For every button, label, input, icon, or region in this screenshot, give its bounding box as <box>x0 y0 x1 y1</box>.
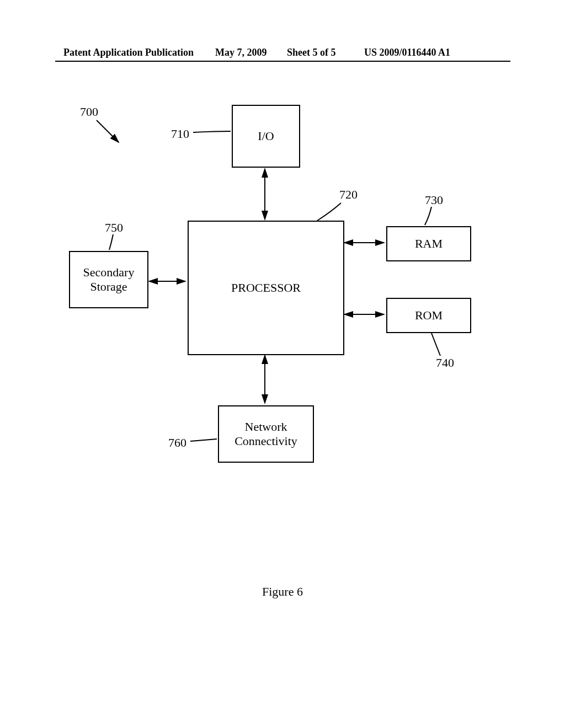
connector-lines <box>0 0 565 728</box>
block-diagram: I/O PROCESSOR RAM ROM Secondary Storage … <box>0 0 565 728</box>
figure-caption: Figure 6 <box>0 585 565 599</box>
svg-line-0 <box>97 120 119 142</box>
